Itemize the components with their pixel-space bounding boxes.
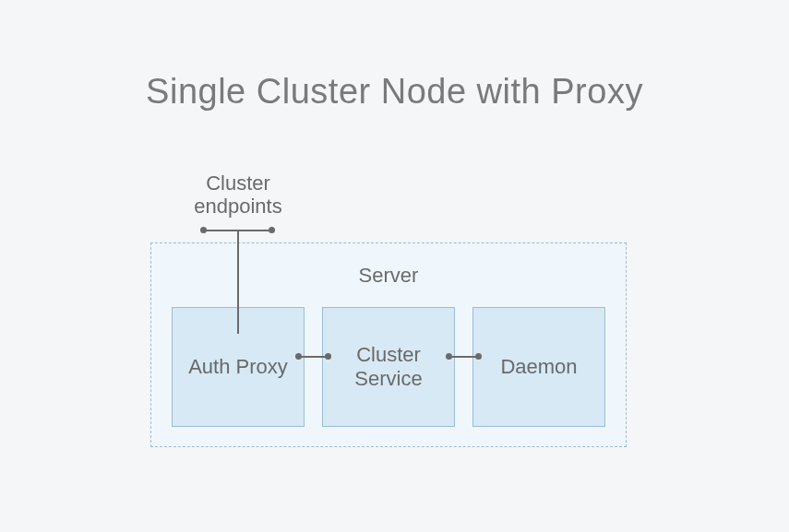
connector-line	[237, 230, 239, 334]
connector-line	[299, 356, 328, 358]
diagram-title: Single Cluster Node with Proxy	[0, 72, 789, 112]
cluster-endpoints-label: Cluster endpoints	[172, 171, 305, 219]
auth-proxy-label: Auth Proxy	[188, 355, 288, 379]
server-label: Server	[150, 264, 627, 288]
connector-line	[449, 356, 478, 358]
cluster-service-label: Cluster Service	[323, 343, 454, 392]
cluster-service-node: Cluster Service	[322, 307, 455, 427]
daemon-label: Daemon	[500, 355, 577, 379]
daemon-node: Daemon	[472, 307, 605, 427]
